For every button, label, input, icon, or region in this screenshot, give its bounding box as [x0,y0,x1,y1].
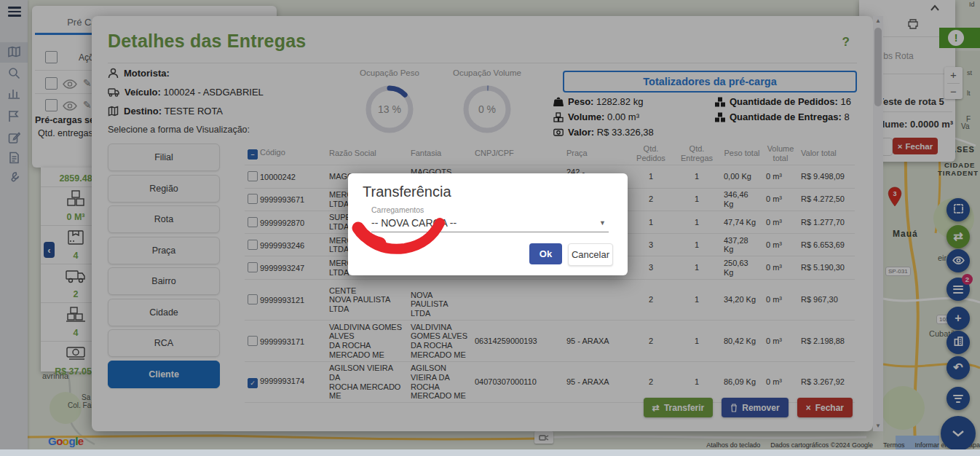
app-screen: avrinhaSaCol. FaibMauáeirãASESCIDADETIRA… [0,0,980,456]
cancel-button[interactable]: Cancelar [568,243,613,266]
carregamentos-select[interactable]: -- NOVA CARGA -- ▼ [371,214,609,232]
chevron-down-icon: ▼ [599,219,606,227]
ok-button[interactable]: Ok [529,243,562,264]
transfer-title: Transferência [363,184,451,200]
carregamentos-label: Carregamentos [371,205,424,214]
page-edge [0,449,980,456]
transferencia-modal: Transferência Carregamentos -- NOVA CARG… [348,173,628,275]
